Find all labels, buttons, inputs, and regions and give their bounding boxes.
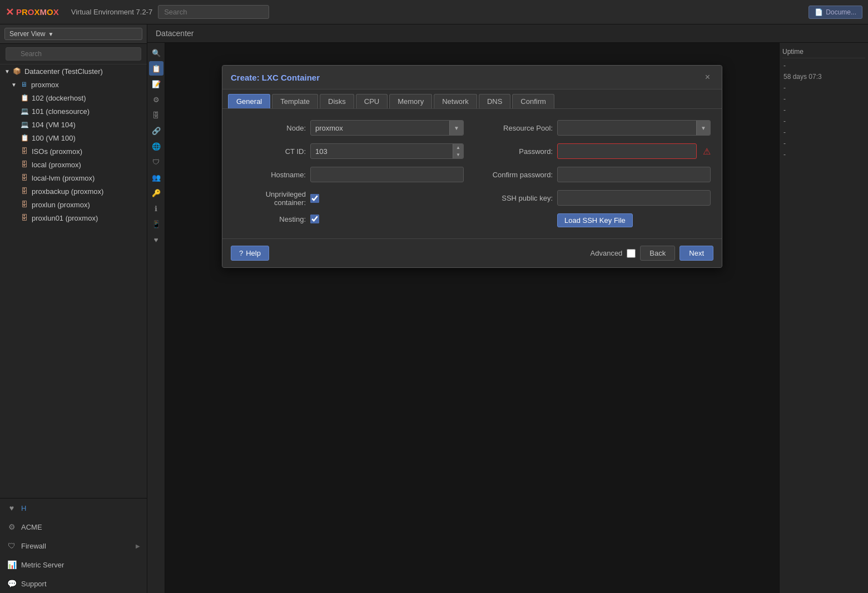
uptime-row-5: -	[782, 116, 865, 127]
shield-icon: 🛡	[7, 541, 17, 551]
tab-network[interactable]: Network	[434, 94, 477, 108]
uptime-row-0: -	[782, 60, 865, 71]
tree-item-104[interactable]: 💻 104 (VM 104)	[0, 118, 147, 131]
right-col: Uptime - 58 days 07:3 - - - - - - -	[779, 43, 868, 593]
ctid-label: CT ID:	[234, 147, 306, 156]
tree-label-datacenter: Datacenter (TestCluster)	[24, 67, 103, 76]
password-input[interactable]	[557, 143, 697, 159]
tree-label-101: 101 (clonesource)	[32, 107, 90, 116]
sidebar-header: Server View ▼	[0, 24, 147, 44]
unprivileged-checkbox[interactable]	[310, 194, 319, 203]
help-button[interactable]: ? Help	[231, 246, 269, 261]
panel-icon-heartbeat[interactable]: ♥	[149, 232, 163, 247]
nesting-checkbox[interactable]	[310, 215, 319, 223]
tree-item-101[interactable]: 💻 101 (clonesource)	[0, 104, 147, 118]
storage-icon-isos: 🗄	[20, 147, 29, 156]
tree-label-104: 104 (VM 104)	[32, 121, 76, 129]
resource-pool-select-arrow: ▼	[696, 121, 710, 135]
tree-item-proxbackup[interactable]: 🗄 proxbackup (proxmox)	[0, 185, 147, 198]
tree-label-isos: ISOs (proxmox)	[32, 147, 82, 156]
dialog-tabs: General Template Disks CPU Memory Networ…	[222, 89, 722, 109]
icon-panel: 🔍 📋 📝 ⚙ 🗄 🔗 🌐 🛡 👥 🔑 ℹ 📱 ♥	[147, 43, 165, 593]
sidebar-search-input[interactable]	[6, 47, 141, 61]
uptime-header: Uptime	[782, 46, 865, 58]
panel-icon-dns[interactable]: 🌐	[149, 139, 163, 153]
expand-icon2: ▼	[11, 82, 17, 88]
firewall-arrow-icon: ▶	[136, 543, 140, 549]
tree-item-datacenter[interactable]: ▼ 📦 Datacenter (TestCluster)	[0, 64, 147, 78]
uptime-row-3: -	[782, 93, 865, 104]
tree-label-100: 100 (VM 100)	[32, 134, 76, 142]
ssh-key-label: SSH public key:	[480, 194, 553, 202]
heartbeat-icon: ♥	[7, 503, 17, 513]
advanced-checkbox[interactable]	[627, 249, 636, 258]
logo-x: ✕	[6, 6, 14, 18]
form-row-nesting: Nesting:	[234, 215, 464, 223]
panel-icon-users[interactable]: 👥	[149, 170, 163, 185]
uptime-row-4: -	[782, 104, 865, 116]
tree-item-local[interactable]: 🗄 local (proxmox)	[0, 158, 147, 171]
tree-item-local-lvm[interactable]: 🗄 local-lvm (proxmox)	[0, 171, 147, 185]
storage-icon-proxlun: 🗄	[20, 200, 29, 209]
panel-icon-settings[interactable]: ⚙	[149, 92, 163, 107]
node-select[interactable]: proxmox	[311, 122, 449, 134]
expand-icon: ▼	[4, 68, 10, 74]
menu-item-firewall[interactable]: 🛡 Firewall ▶	[0, 536, 147, 555]
panel-icon-extra[interactable]: 📱	[149, 217, 163, 231]
doc-button[interactable]: 📄 Docume...	[809, 6, 862, 19]
resource-pool-select[interactable]	[558, 122, 696, 134]
ctid-decrement-button[interactable]: ▼	[453, 151, 463, 158]
node-icon: 🖥	[19, 80, 28, 89]
ssh-key-input[interactable]	[557, 190, 711, 206]
tree-item-proxlun[interactable]: 🗄 proxlun (proxmox)	[0, 198, 147, 211]
tree-item-isos[interactable]: 🗄 ISOs (proxmox)	[0, 144, 147, 158]
back-button[interactable]: Back	[640, 246, 675, 261]
tab-disks[interactable]: Disks	[320, 94, 354, 108]
tab-memory[interactable]: Memory	[389, 94, 432, 108]
tree-item-100[interactable]: 📋 100 (VM 100)	[0, 131, 147, 144]
vm-icon-101: 💻	[20, 107, 29, 116]
form-row-ssh-key: SSH public key:	[480, 190, 711, 206]
tab-general[interactable]: General	[228, 94, 270, 108]
server-view-dropdown[interactable]: Server View ▼	[4, 28, 142, 40]
load-ssh-key-button[interactable]: Load SSH Key File	[557, 213, 633, 227]
ctid-input[interactable]	[311, 145, 453, 158]
password-label: Password:	[480, 147, 553, 156]
uptime-row-1: 58 days 07:3	[782, 71, 865, 82]
panel-icon-storage[interactable]: 🗄	[149, 108, 163, 122]
panel-icon-firewall[interactable]: 🛡	[149, 155, 163, 169]
tree-item-102[interactable]: 📋 102 (dockerhost)	[0, 91, 147, 104]
hostname-input[interactable]	[310, 167, 464, 182]
unprivileged-label: Unprivileged container:	[234, 190, 306, 207]
menu-item-heartbeat[interactable]: ♥ H	[0, 499, 147, 517]
panel-icon-network[interactable]: 🔗	[149, 123, 163, 138]
panel-icon-summary[interactable]: 📋	[149, 61, 163, 76]
panel-icon-acl[interactable]: 🔑	[149, 186, 163, 200]
tab-confirm[interactable]: Confirm	[512, 94, 554, 108]
panel-icon-info[interactable]: ℹ	[149, 201, 163, 216]
logo-p: P	[16, 7, 22, 17]
menu-item-support[interactable]: 💬 Support	[0, 574, 147, 593]
tree-item-proxmox[interactable]: ▼ 🖥 proxmox	[0, 78, 147, 91]
chart-icon: 📊	[7, 560, 17, 570]
menu-item-metric-server[interactable]: 📊 Metric Server	[0, 555, 147, 574]
help-label: Help	[246, 249, 261, 257]
tab-template[interactable]: Template	[272, 94, 318, 108]
dialog-close-button[interactable]: ×	[702, 71, 713, 83]
ctid-increment-button[interactable]: ▲	[453, 144, 463, 151]
panel-icon-notes[interactable]: 📝	[149, 77, 163, 91]
top-search-input[interactable]	[158, 5, 269, 19]
server-view-label: Server View	[9, 30, 45, 38]
tree-label-proxbackup: proxbackup (proxmox)	[32, 187, 103, 196]
tab-cpu[interactable]: CPU	[356, 94, 388, 108]
logo-x2: X	[34, 7, 40, 17]
tree-item-proxlun01[interactable]: 🗄 proxlun01 (proxmox)	[0, 211, 147, 225]
panel-icon-search[interactable]: 🔍	[149, 46, 163, 60]
dialog-overlay: Create: LXC Container × General Template…	[165, 43, 779, 593]
menu-item-acme[interactable]: ⚙ ACME	[0, 517, 147, 536]
uptime-row-7: -	[782, 138, 865, 149]
menu-label-heartbeat: H	[21, 504, 26, 512]
tab-dns[interactable]: DNS	[479, 94, 510, 108]
confirm-password-input[interactable]	[557, 167, 711, 182]
next-button[interactable]: Next	[679, 246, 713, 261]
